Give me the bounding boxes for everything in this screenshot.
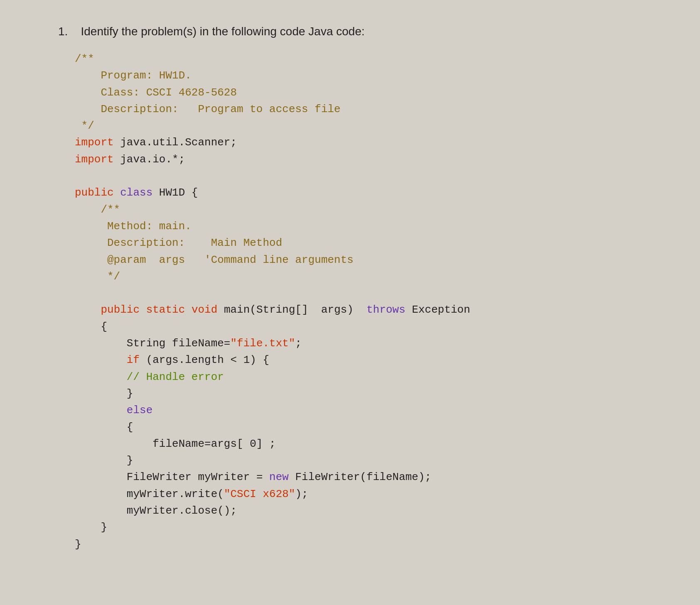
code-line: */ [75, 268, 667, 285]
code-line: { [75, 318, 667, 335]
code-line: import java.util.Scanner; [75, 134, 667, 151]
code-line: */ [75, 118, 667, 134]
code-line: fileName=args[ 0] ; [75, 436, 667, 452]
code-line: FileWriter myWriter = new FileWriter(fil… [75, 469, 667, 485]
code-line: myWriter.close(); [75, 502, 667, 519]
code-line: import java.io.*; [75, 151, 667, 168]
code-line: Method: main. [75, 218, 667, 235]
code-line: /** [75, 201, 667, 218]
code-line: Description: Main Method [75, 235, 667, 251]
page-container: 1. Identify the problem(s) in the follow… [25, 17, 675, 561]
code-line: @param args 'Command line arguments [75, 252, 667, 268]
code-line: // Handle error [75, 369, 667, 385]
code-line: Description: Program to access file [75, 101, 667, 118]
code-line: } [75, 536, 667, 553]
code-line: myWriter.write("CSCI x628"); [75, 486, 667, 502]
code-line [75, 285, 667, 301]
question-text: Identify the problem(s) in the following… [81, 25, 364, 38]
code-line: public class HW1D { [75, 184, 667, 201]
code-line: } [75, 452, 667, 469]
code-line: String fileName="file.txt"; [75, 335, 667, 352]
question-header: 1. Identify the problem(s) in the follow… [58, 25, 667, 38]
code-line: } [75, 519, 667, 536]
code-line: { [75, 419, 667, 436]
code-line: Class: CSCI 4628-5628 [75, 84, 667, 101]
code-line: Program: HW1D. [75, 67, 667, 84]
code-line [75, 168, 667, 184]
code-line: else [75, 402, 667, 419]
code-block: /** Program: HW1D. Class: CSCI 4628-5628… [75, 51, 667, 553]
code-line: } [75, 385, 667, 402]
code-line: if (args.length < 1) { [75, 352, 667, 368]
question-number: 1. [58, 25, 68, 38]
code-line: public static void main(String[] args) t… [75, 301, 667, 318]
code-line: /** [75, 51, 667, 67]
